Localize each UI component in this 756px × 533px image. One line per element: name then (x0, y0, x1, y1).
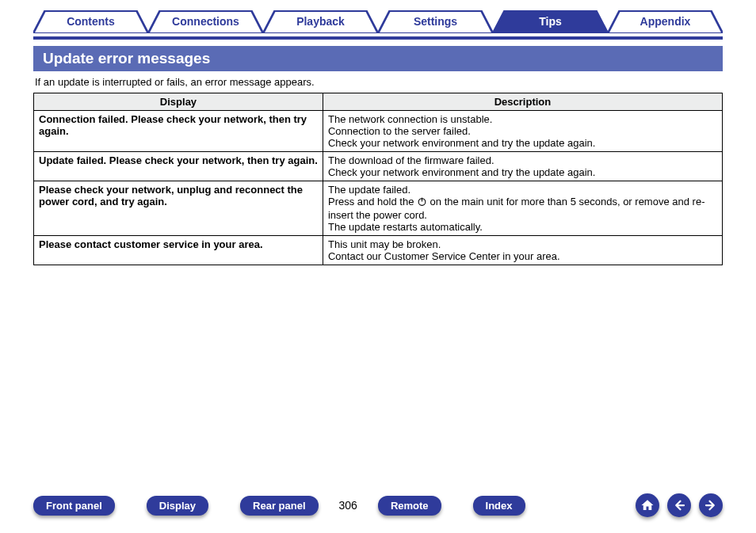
description-cell: The download of the firmware failed.Chec… (323, 152, 722, 181)
arrow-right-icon (704, 498, 718, 512)
table-row: Connection failed. Please check your net… (34, 111, 723, 152)
error-table: Display Description Connection failed. P… (33, 93, 723, 265)
tab-tips[interactable]: Tips (493, 10, 608, 33)
prev-button[interactable] (667, 493, 691, 517)
tab-label: Contents (67, 15, 115, 28)
description-cell: This unit may be broken.Contact our Cust… (323, 236, 722, 265)
home-icon (640, 498, 655, 512)
home-button[interactable] (636, 493, 659, 517)
tab-label: Tips (539, 15, 562, 28)
tab-settings[interactable]: Settings (378, 10, 493, 33)
remote-button[interactable]: Remote (378, 496, 441, 516)
tab-label: Settings (414, 15, 457, 28)
display-cell: Connection failed. Please check your net… (34, 111, 323, 152)
table-row: Please check your network, unplug and re… (34, 181, 723, 236)
page-number: 306 (339, 499, 357, 512)
tab-label: Appendix (640, 15, 691, 28)
tab-playback[interactable]: Playback (263, 10, 378, 33)
index-button[interactable]: Index (473, 496, 525, 516)
tab-connections[interactable]: Connections (148, 10, 263, 33)
col-header-display: Display (34, 93, 323, 111)
col-header-description: Description (323, 93, 722, 111)
tab-label: Connections (172, 15, 239, 28)
description-cell: The update failed.Press and hold the on … (323, 181, 722, 236)
display-cell: Please contact customer service in your … (34, 236, 323, 265)
display-button[interactable]: Display (147, 496, 208, 516)
tab-appendix[interactable]: Appendix (608, 10, 723, 33)
display-cell: Please check your network, unplug and re… (34, 181, 323, 236)
tab-underline (33, 36, 723, 40)
rear-panel-button[interactable]: Rear panel (240, 496, 318, 516)
front-panel-button[interactable]: Front panel (33, 496, 115, 516)
arrow-left-icon (672, 498, 686, 512)
description-cell: The network connection is unstable.Conne… (323, 111, 722, 152)
tab-label: Playback (296, 15, 345, 28)
display-cell: Update failed. Please check your network… (34, 152, 323, 181)
tab-contents[interactable]: Contents (33, 10, 148, 33)
table-row: Please contact customer service in your … (34, 236, 723, 265)
power-icon (417, 196, 427, 209)
top-tabs: Contents Connections Playback Settings T… (33, 10, 723, 33)
section-title: Update error messages (33, 46, 723, 71)
section-intro: If an update is interrupted or fails, an… (35, 76, 721, 88)
footer: Front panel Display Rear panel 306 Remot… (33, 493, 723, 517)
next-button[interactable] (699, 493, 723, 517)
table-row: Update failed. Please check your network… (34, 152, 723, 181)
